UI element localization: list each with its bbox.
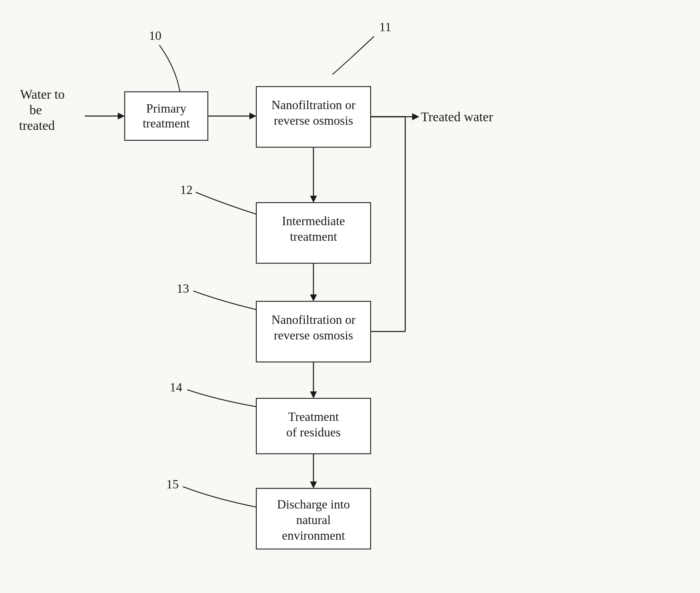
water-input-label2: be bbox=[29, 103, 42, 117]
residues-label2: of residues bbox=[286, 425, 341, 439]
primary-treatment-label2: treatment bbox=[143, 116, 190, 130]
ref-13: 13 bbox=[177, 282, 189, 295]
nano1-label2: reverse osmosis bbox=[274, 114, 353, 127]
water-input-label: Water to bbox=[20, 87, 65, 101]
primary-treatment-box bbox=[125, 92, 208, 140]
intermediate-treatment-label2: treatment bbox=[290, 230, 337, 244]
ref-14: 14 bbox=[170, 380, 182, 394]
discharge-label2: natural bbox=[296, 513, 331, 527]
diagram-container: 10 11 Water to be treated Primary treatm… bbox=[0, 0, 700, 593]
residues-label: Treatment bbox=[288, 410, 339, 424]
water-input-label3: treated bbox=[19, 118, 55, 133]
discharge-label3: environment bbox=[282, 529, 345, 542]
ref-10: 10 bbox=[149, 29, 161, 43]
nano2-label2: reverse osmosis bbox=[274, 328, 353, 342]
nano1-label: Nanofiltration or bbox=[272, 98, 356, 112]
primary-treatment-label: Primary bbox=[146, 101, 186, 115]
nano2-label: Nanofiltration or bbox=[272, 313, 356, 327]
ref-15: 15 bbox=[166, 477, 179, 491]
ref-12: 12 bbox=[180, 183, 193, 197]
treated-water-label: Treated water bbox=[421, 109, 493, 124]
intermediate-treatment-label: Intermediate bbox=[282, 214, 345, 228]
ref-11: 11 bbox=[379, 20, 391, 34]
discharge-label: Discharge into bbox=[277, 497, 350, 511]
